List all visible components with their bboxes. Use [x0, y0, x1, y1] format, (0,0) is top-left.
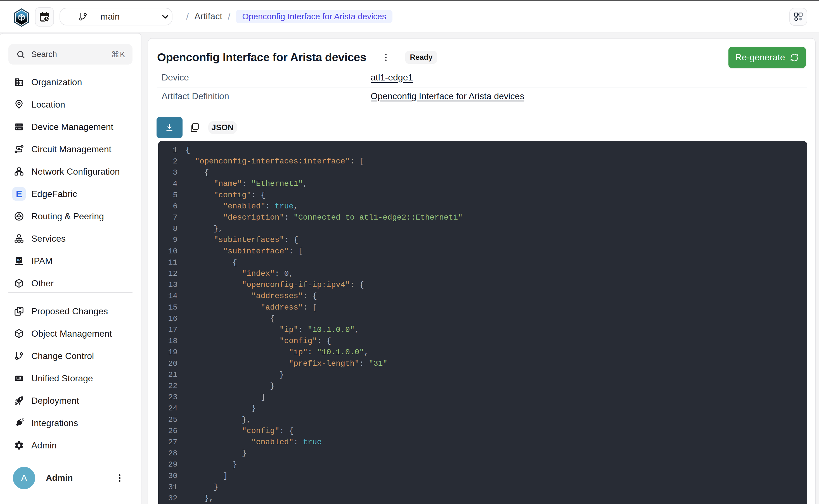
svg-text:IP: IP	[17, 258, 21, 262]
